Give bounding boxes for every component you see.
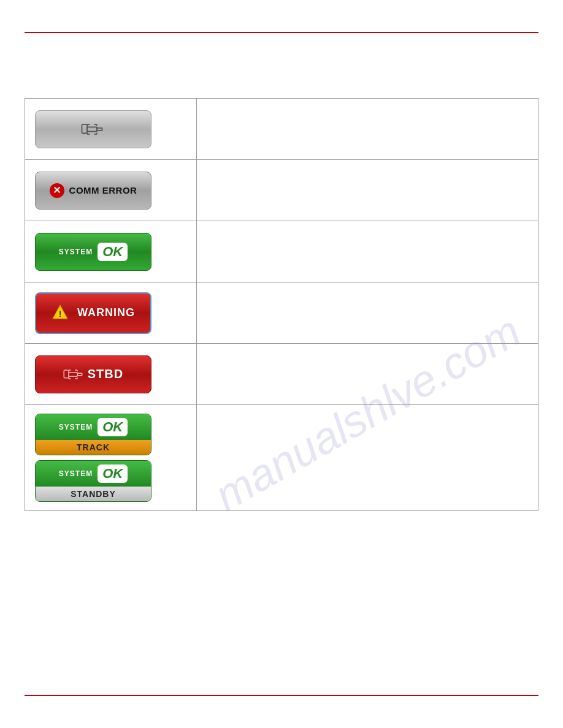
cell-right-track-standby [197,405,538,510]
stbd-label: STBD [88,367,123,381]
warning-label: WARNING [77,306,135,319]
button-reference-table: ✕ COMM ERROR SYSTEM OK ! [25,98,538,511]
svg-rect-1 [87,127,97,131]
track-label-area: TRACK [36,440,151,455]
ok-text: OK [102,244,123,260]
system-label: SYSTEM [59,248,93,256]
standby-label-area: STANDBY [36,487,151,501]
cell-right-warning [197,282,538,343]
system-ok-standby-system-label: SYSTEM [59,469,93,478]
svg-rect-15 [77,373,82,376]
cell-right-system-ok [197,221,538,282]
track-label: TRACK [77,442,110,452]
ok-badge: OK [98,243,128,261]
svg-rect-2 [97,127,102,130]
standby-label: STANDBY [71,489,116,499]
cell-right-comm-error [197,160,538,221]
system-ok-track-top: SYSTEM OK [36,414,151,440]
ok-badge-standby: OK [98,464,128,483]
engine-button[interactable] [35,110,151,148]
stbd-button[interactable]: STBD [35,355,151,393]
cell-right-stbd [197,344,538,404]
stbd-engine-icon [63,366,83,383]
cell-right-engine [197,99,538,159]
table-row: ! WARNING [25,282,538,344]
system-ok-track-system-label: SYSTEM [59,423,93,431]
table-row: SYSTEM OK TRACK SYSTEM OK [25,405,538,510]
cell-left-engine [25,99,197,159]
system-ok-button[interactable]: SYSTEM OK [35,233,151,271]
warning-triangle-container: ! [52,304,69,322]
system-ok-standby-top: SYSTEM OK [36,461,151,487]
table-row: SYSTEM OK [25,221,538,282]
svg-text:!: ! [59,309,62,319]
table-row: ✕ COMM ERROR [25,160,538,221]
ok-badge-track: OK [98,418,128,436]
comm-error-label: COMM ERROR [69,185,137,195]
ok-text-standby: OK [102,466,123,482]
warning-button[interactable]: ! WARNING [35,292,151,334]
svg-rect-13 [64,370,69,377]
svg-rect-14 [69,372,77,376]
table-row: STBD [25,344,538,405]
cell-left-track-standby: SYSTEM OK TRACK SYSTEM OK [25,405,197,510]
cell-left-warning: ! WARNING [25,282,197,343]
table-row [25,99,538,160]
cell-left-stbd: STBD [25,344,197,404]
top-divider-line [25,32,538,33]
svg-rect-0 [82,124,87,133]
system-ok-track-button[interactable]: SYSTEM OK TRACK [35,414,151,455]
engine-icon [81,121,103,138]
comm-error-button[interactable]: ✕ COMM ERROR [35,172,151,210]
cell-left-system-ok: SYSTEM OK [25,221,197,282]
x-circle-icon: ✕ [50,183,64,198]
ok-text-track: OK [102,419,123,435]
cell-left-comm-error: ✕ COMM ERROR [25,160,197,221]
system-ok-standby-button[interactable]: SYSTEM OK STANDBY [35,460,151,502]
warning-triangle-icon: ! [52,304,69,320]
bottom-divider-line [25,695,538,696]
